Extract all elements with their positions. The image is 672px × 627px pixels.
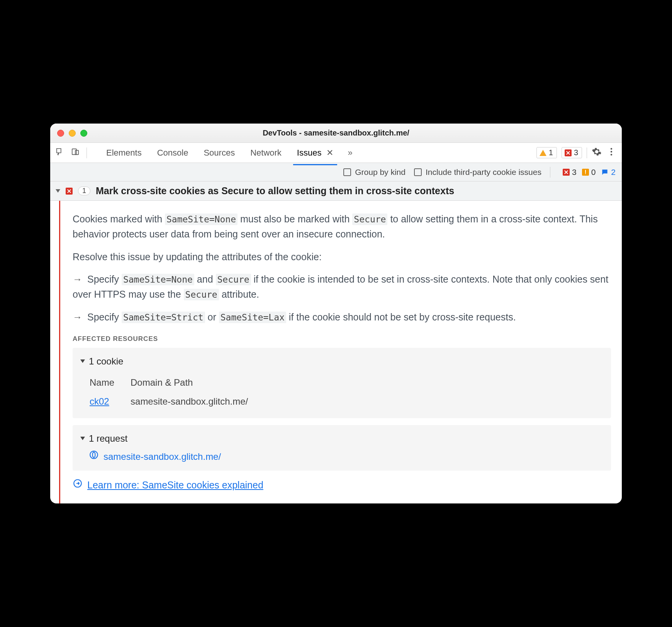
warning-icon: [582, 169, 589, 176]
titlebar: DevTools - samesite-sandbox.glitch.me/: [50, 124, 622, 143]
minimize-window-icon[interactable]: [69, 130, 76, 137]
error-icon: [563, 169, 570, 176]
window-controls: [50, 130, 87, 137]
devtools-window: DevTools - samesite-sandbox.glitch.me/ E…: [50, 124, 622, 503]
errors-badge[interactable]: 3: [562, 147, 582, 158]
th-name: Name: [90, 373, 130, 392]
close-tab-icon[interactable]: ✕: [326, 148, 333, 158]
issue-suggestion-2: → Specify SameSite=Strict or SameSite=La…: [73, 310, 611, 325]
severity-bar: [59, 201, 60, 503]
divider: [587, 147, 587, 158]
error-icon: [565, 149, 572, 156]
message-icon: [601, 168, 609, 176]
network-request-icon: [89, 449, 99, 464]
code-secure: Secure: [352, 214, 387, 225]
divider: [87, 147, 87, 158]
zoom-window-icon[interactable]: [80, 130, 87, 137]
info-count-badge[interactable]: 2: [601, 168, 616, 177]
divider: [550, 167, 550, 178]
checkbox-icon: [343, 168, 351, 176]
arrow-icon: →: [73, 272, 82, 287]
third-party-label: Include third-party cookie issues: [426, 168, 541, 177]
svg-rect-1: [75, 150, 78, 154]
request-url-link[interactable]: samesite-sandbox.glitch.me/: [104, 449, 221, 464]
tab-issues[interactable]: Issues ✕: [296, 144, 334, 161]
third-party-checkbox[interactable]: Include third-party cookie issues: [414, 168, 541, 177]
issue-title: Mark cross-site cookies as Secure to all…: [96, 185, 454, 197]
external-link-icon: [73, 478, 83, 493]
svg-point-4: [611, 154, 612, 155]
group-by-kind-label: Group by kind: [355, 168, 406, 177]
svg-point-2: [611, 148, 612, 149]
tab-issues-label: Issues: [297, 148, 322, 158]
cookie-domain: samesite-sandbox.glitch.me/: [131, 393, 263, 410]
request-row[interactable]: samesite-sandbox.glitch.me/: [89, 449, 603, 464]
toolbar-right: 1 3: [536, 147, 616, 159]
panel-tabs: Elements Console Sources Network Issues …: [105, 144, 334, 161]
cookies-table: Name Domain & Path ck02 samesite-sandbox…: [89, 372, 264, 411]
more-tabs-icon[interactable]: »: [348, 148, 353, 158]
table-row: ck02 samesite-sandbox.glitch.me/: [90, 393, 263, 410]
requests-header[interactable]: 1 request: [80, 431, 603, 446]
errors-count: 3: [574, 148, 578, 157]
affected-resources-label: AFFECTED RESOURCES: [73, 334, 611, 344]
checkbox-icon: [414, 168, 422, 176]
device-toolbar-icon[interactable]: [71, 147, 80, 158]
settings-icon[interactable]: [592, 147, 602, 159]
arrow-icon: →: [73, 310, 82, 325]
warning-icon: [540, 150, 546, 156]
issue-count-pill: 1: [78, 186, 90, 195]
expand-toggle-icon[interactable]: [80, 437, 85, 440]
inspect-element-icon[interactable]: [56, 147, 64, 158]
affected-cookies-box: 1 cookie Name Domain & Path ck02 samesit…: [73, 348, 611, 418]
close-window-icon[interactable]: [57, 130, 64, 137]
th-domain: Domain & Path: [131, 373, 263, 392]
main-toolbar: Elements Console Sources Network Issues …: [50, 143, 622, 163]
tab-console[interactable]: Console: [156, 144, 189, 161]
more-menu-icon[interactable]: [606, 147, 616, 159]
issue-suggestion-1: → Specify SameSite=None and Secure if th…: [73, 272, 611, 302]
issue-gutter: [50, 201, 69, 503]
error-icon: [66, 188, 73, 195]
expand-toggle-icon[interactable]: [56, 189, 60, 193]
tab-network[interactable]: Network: [249, 144, 282, 161]
issue-resolve-intro: Resolve this issue by updating the attri…: [73, 249, 611, 264]
issue-body: Cookies marked with SameSite=None must a…: [50, 201, 622, 503]
affected-requests-box: 1 request samesite-sandbox.glitch.me/: [73, 425, 611, 471]
warnings-count: 1: [549, 148, 553, 157]
tab-elements[interactable]: Elements: [105, 144, 143, 161]
error-count-badge[interactable]: 3: [563, 168, 577, 177]
cookies-header[interactable]: 1 cookie: [80, 354, 603, 368]
code-samesite-none: SameSite=None: [165, 214, 238, 225]
warning-count-badge[interactable]: 0: [582, 168, 596, 177]
svg-point-3: [611, 151, 612, 153]
issue-description: Cookies marked with SameSite=None must a…: [73, 212, 611, 242]
cookie-name-link[interactable]: ck02: [90, 396, 109, 407]
learn-more-row[interactable]: Learn more: SameSite cookies explained: [73, 478, 611, 493]
issue-row-header[interactable]: 1 Mark cross-site cookies as Secure to a…: [50, 181, 622, 201]
issues-filter-bar: Group by kind Include third-party cookie…: [50, 163, 622, 181]
expand-toggle-icon[interactable]: [80, 359, 85, 363]
warnings-badge[interactable]: 1: [536, 147, 557, 158]
learn-more-link[interactable]: Learn more: SameSite cookies explained: [87, 478, 263, 493]
tab-sources[interactable]: Sources: [203, 144, 236, 161]
window-title: DevTools - samesite-sandbox.glitch.me/: [50, 129, 622, 137]
svg-rect-0: [72, 149, 76, 154]
group-by-kind-checkbox[interactable]: Group by kind: [343, 168, 406, 177]
issue-kind-counts: 3 0 2: [563, 168, 616, 177]
